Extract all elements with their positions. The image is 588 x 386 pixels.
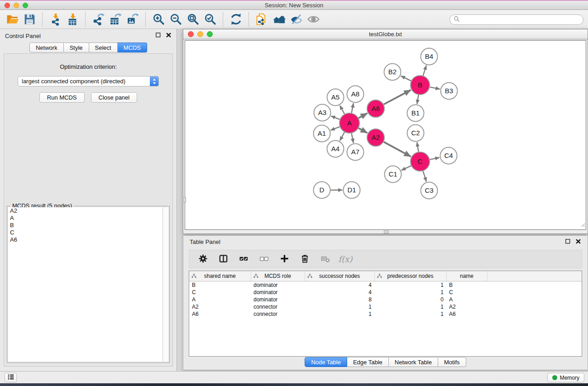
gear-button[interactable] <box>197 253 209 266</box>
memory-button[interactable]: Memory <box>547 373 584 382</box>
graph-edge-A-A5[interactable] <box>340 105 344 114</box>
zoom-selected-button[interactable] <box>201 11 219 28</box>
graph-edge-B-B3[interactable] <box>430 87 440 89</box>
result-item-a[interactable]: A <box>8 214 168 222</box>
graph-node-C2[interactable]: C2 <box>407 125 424 142</box>
graph-node-C4[interactable]: C4 <box>440 148 457 164</box>
graph-node-B[interactable]: B <box>411 76 430 95</box>
export-network-button[interactable] <box>90 11 107 28</box>
column-header-shared-name[interactable]: shared name <box>189 271 251 281</box>
zoom-fit-button[interactable] <box>184 11 201 28</box>
result-item-a2[interactable]: A2 <box>8 207 168 214</box>
graph-node-D1[interactable]: D1 <box>344 182 360 199</box>
graph-node-A[interactable]: A <box>339 113 359 133</box>
graph-node-B3[interactable]: B3 <box>441 83 458 100</box>
graph-edge-A2-C[interactable] <box>384 142 411 157</box>
graph-edge-A6-B[interactable] <box>384 90 411 105</box>
node-table[interactable]: shared nameMCDS rolesuccessor nodesprede… <box>189 271 582 357</box>
graph-node-C1[interactable]: C1 <box>385 166 402 183</box>
graph-node-C3[interactable]: C3 <box>421 182 438 199</box>
add-column-button[interactable] <box>278 253 290 266</box>
result-item-c[interactable]: C <box>8 229 168 236</box>
graph-node-B2[interactable]: B2 <box>384 64 401 81</box>
splitter-handle-bottom[interactable] <box>384 230 389 234</box>
run-mcds-button[interactable]: Run MCDS <box>39 92 85 103</box>
hide-graphics-details-button[interactable] <box>287 11 305 28</box>
table-row-b[interactable]: Bdominator41B <box>189 281 582 289</box>
result-list-scrollbar[interactable] <box>163 207 168 362</box>
close-panel-icon[interactable] <box>166 32 172 40</box>
graph-node-B1[interactable]: B1 <box>407 105 424 122</box>
graph-edge-A-A6[interactable] <box>359 113 368 118</box>
tab-select[interactable]: Select <box>89 43 118 52</box>
table-row-a[interactable]: Adominator80A <box>189 296 582 303</box>
tab-network-table[interactable]: Network Table <box>389 357 438 367</box>
graph-node-B4[interactable]: B4 <box>421 48 438 65</box>
table-row-a2[interactable]: A2connector11A2 <box>189 303 582 310</box>
table-row-c[interactable]: Cdominator41C <box>189 289 582 296</box>
graph-node-A7[interactable]: A7 <box>347 144 364 161</box>
refresh-button[interactable] <box>227 11 244 28</box>
column-header-successor-nodes[interactable]: successor nodes <box>305 271 374 281</box>
graph-edge-C-C2[interactable] <box>417 142 418 152</box>
column-header-MCDS-role[interactable]: MCDS role <box>251 271 305 281</box>
search-field[interactable] <box>449 14 583 25</box>
graph-edge-A-A8[interactable] <box>352 103 354 113</box>
graph-node-A2[interactable]: A2 <box>367 129 384 146</box>
network-graph[interactable]: B4B2BB3A5A8A6A3B1AA1C2A2A4A7C4CC1C3DD1 <box>185 41 587 230</box>
graph-node-A8[interactable]: A8 <box>347 86 364 103</box>
open-session-button[interactable] <box>4 11 21 28</box>
graph-node-A4[interactable]: A4 <box>327 141 344 157</box>
tab-mcds[interactable]: MCDS <box>118 43 147 52</box>
export-table-button[interactable] <box>107 11 124 28</box>
graph-node-A1[interactable]: A1 <box>314 125 330 142</box>
network-resize-grip[interactable] <box>580 221 585 229</box>
graph-edge-A-A7[interactable] <box>352 133 354 143</box>
task-history-button[interactable] <box>5 373 17 382</box>
result-item-a6[interactable]: A6 <box>8 236 168 243</box>
deselect-all-button[interactable] <box>258 253 270 266</box>
zoom-out-button[interactable] <box>167 11 184 28</box>
delete-column-button[interactable] <box>299 253 311 266</box>
graph-edge-B-B1[interactable] <box>417 95 418 104</box>
column-header-name[interactable]: name <box>446 271 487 281</box>
graph-edge-C-C4[interactable] <box>430 157 440 160</box>
graph-edge-A-A4[interactable] <box>340 132 344 141</box>
tab-edge-table[interactable]: Edge Table <box>347 357 389 367</box>
graph-edge-B-B4[interactable] <box>423 66 426 76</box>
graph-edge-A-A2[interactable] <box>359 128 368 133</box>
close-panel-button[interactable]: Close panel <box>91 92 138 103</box>
tab-network[interactable]: Network <box>29 43 64 52</box>
graph-node-A6[interactable]: A6 <box>367 100 384 117</box>
float-panel-icon[interactable] <box>155 32 161 40</box>
split-view-button[interactable] <box>217 253 229 266</box>
table-row-a6[interactable]: A6connector11A6 <box>189 310 582 318</box>
graph-node-A5[interactable]: A5 <box>327 89 344 106</box>
home-button[interactable] <box>270 11 287 28</box>
splitter-handle-left[interactable] <box>183 197 186 202</box>
graph-edge-A-A1[interactable] <box>330 127 339 130</box>
graph-node-D[interactable]: D <box>314 182 330 199</box>
float-table-panel-icon[interactable] <box>565 238 571 246</box>
graph-edge-C-C1[interactable] <box>402 166 411 170</box>
clone-network-button[interactable] <box>253 11 270 28</box>
import-network-button[interactable] <box>47 11 64 28</box>
criterion-dropdown[interactable]: largest connected component (directed) <box>18 76 159 86</box>
tab-node-table[interactable]: Node Table <box>305 357 347 367</box>
network-canvas[interactable]: B4B2BB3A5A8A6A3B1AA1C2A2A4A7C4CC1C3DD1 <box>185 40 586 230</box>
tab-style[interactable]: Style <box>64 43 89 52</box>
graph-node-A3[interactable]: A3 <box>314 105 331 121</box>
show-graphics-details-button[interactable] <box>305 11 322 28</box>
graph-edge-C-C3[interactable] <box>423 171 426 181</box>
import-table-button[interactable] <box>64 11 81 28</box>
network-window-titlebar[interactable]: testGlobe.txt <box>183 29 588 39</box>
select-all-button[interactable] <box>238 253 249 266</box>
graph-edge-B-B2[interactable] <box>401 76 411 81</box>
tab-motifs[interactable]: Motifs <box>438 357 466 367</box>
mcds-result-list[interactable]: A2ABCA6 <box>8 207 168 362</box>
graph-edge-A-A3[interactable] <box>331 116 339 119</box>
save-session-button[interactable] <box>21 11 38 28</box>
graph-node-C[interactable]: C <box>411 152 430 171</box>
search-input[interactable] <box>460 16 583 24</box>
zoom-in-button[interactable] <box>150 11 167 28</box>
